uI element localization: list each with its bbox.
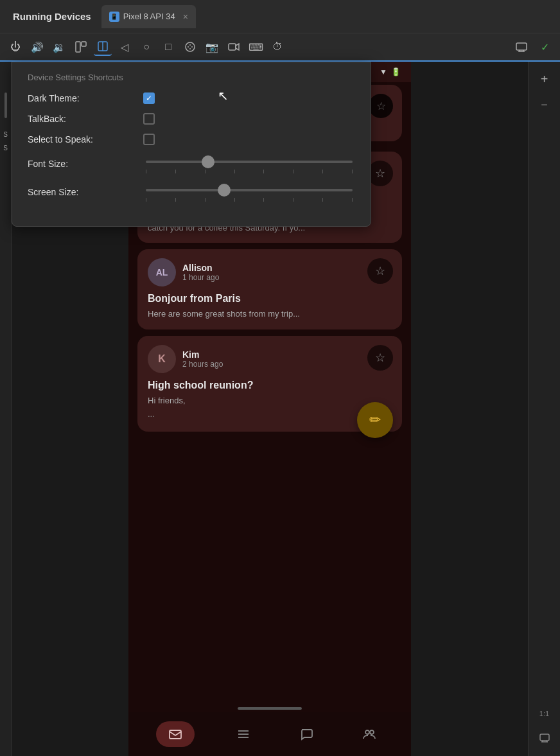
nav-chat-button[interactable]: [292, 720, 320, 748]
screen-size-row: Screen Size:: [28, 182, 355, 202]
kim-email-preview: Hi friends,: [148, 395, 392, 407]
screen-size-slider-container[interactable]: [143, 182, 355, 202]
kim-sender-info: Kim 2 hours ago: [182, 349, 223, 369]
dark-theme-label: Dark Theme:: [28, 93, 143, 103]
svg-point-16: [370, 730, 374, 734]
svg-rect-1: [82, 42, 86, 46]
screen-size-label: Screen Size:: [28, 187, 143, 197]
scroll-indicator: [238, 707, 302, 710]
volume-down-icon[interactable]: 🔉: [50, 38, 68, 56]
svg-point-4: [186, 42, 195, 51]
rotate-icon[interactable]: [94, 38, 112, 56]
font-size-ticks: [146, 170, 353, 173]
settings-overlay: Device Settings Shortcuts Dark Theme: Ta…: [12, 62, 371, 227]
svg-rect-17: [540, 734, 549, 741]
svg-point-6: [191, 46, 193, 48]
top-bar: Running Devices 📱 Pixel 8 API 34 ×: [0, 0, 560, 33]
svg-point-5: [188, 46, 189, 48]
settings-title: Device Settings Shortcuts: [28, 73, 355, 82]
toolbar-right: ✓: [512, 38, 554, 56]
keyboard-icon[interactable]: ⌨: [247, 38, 265, 56]
kim-star-button[interactable]: ☆: [367, 345, 393, 371]
screen-mode-button[interactable]: [536, 729, 553, 748]
allison-sender-info: Allison 1 hour ago: [182, 263, 219, 282]
kim-email-subject: High school reunion?: [148, 380, 392, 391]
allison-email-preview: Here are some great shots from my trip..…: [148, 308, 392, 320]
compose-fab-button[interactable]: ✏: [357, 402, 393, 438]
kim-ellipsis: ...: [148, 409, 392, 419]
kim-sender-name: Kim: [182, 349, 223, 360]
main-content: S S Device Settings Shortcuts Dark Theme…: [0, 62, 560, 756]
nav-contacts-button[interactable]: [355, 720, 383, 748]
zoom-level: 1:1: [539, 710, 549, 717]
tab-close-button[interactable]: ×: [183, 12, 188, 22]
screen-size-ticks: [146, 198, 353, 202]
power-icon[interactable]: ⏻: [6, 38, 24, 56]
svg-rect-10: [516, 43, 527, 50]
home-icon[interactable]: ○: [137, 38, 155, 56]
right-sidebar: + − 1:1: [528, 62, 560, 756]
svg-point-7: [189, 44, 191, 46]
bottom-navigation: [128, 712, 411, 756]
left-sidebar: S S: [0, 62, 12, 756]
app-title: Running Devices: [5, 11, 99, 22]
svg-rect-11: [170, 730, 181, 739]
nav-list-button[interactable]: [229, 720, 258, 748]
dark-theme-checkbox[interactable]: [143, 92, 155, 104]
check-icon[interactable]: ✓: [536, 38, 554, 56]
zoom-in-button[interactable]: +: [538, 69, 551, 89]
sidebar-label-s2: S: [3, 145, 8, 152]
kim-sender-time: 2 hours ago: [182, 360, 223, 369]
svg-point-8: [189, 48, 191, 49]
sidebar-label-s: S: [3, 131, 8, 138]
gamepad-icon[interactable]: [181, 38, 199, 56]
volume-up-icon[interactable]: 🔊: [28, 38, 46, 56]
allison-sender-time: 1 hour ago: [182, 273, 219, 282]
dark-theme-row: Dark Theme:: [28, 92, 355, 104]
ali-star-button[interactable]: ☆: [367, 161, 393, 186]
allison-card-header: AL Allison 1 hour ago: [148, 258, 392, 286]
kim-avatar: K: [148, 345, 176, 373]
recents-icon[interactable]: □: [159, 38, 177, 56]
device-tab-icon: 📱: [109, 12, 119, 22]
left-sidebar-indicator: [4, 92, 7, 118]
kim-card-header: K Kim 2 hours ago: [148, 345, 392, 373]
select-to-speak-row: Select to Speak:: [28, 134, 355, 145]
font-size-slider-container[interactable]: [143, 154, 355, 173]
select-to-speak-checkbox[interactable]: [143, 134, 155, 145]
nav-mail-button[interactable]: [156, 721, 195, 747]
toolbar: ⏻ 🔊 🔉 ◁ ○ □ 📷 ⌨ ⏱ ✓: [0, 33, 560, 62]
svg-rect-9: [229, 44, 236, 50]
zoom-out-button[interactable]: −: [538, 96, 550, 114]
email-card-kim[interactable]: K Kim 2 hours ago ☆ High school reunion?…: [137, 336, 402, 432]
talkback-row: TalkBack:: [28, 113, 355, 125]
timer-icon[interactable]: ⏱: [268, 38, 286, 56]
talkback-label: TalkBack:: [28, 114, 143, 124]
device-tab[interactable]: 📱 Pixel 8 API 34 ×: [101, 5, 196, 28]
wifi-icon: ▼: [380, 67, 387, 76]
talkback-checkbox[interactable]: [143, 113, 155, 125]
font-size-row: Font Size:: [28, 154, 355, 173]
layout-icon[interactable]: [72, 38, 90, 56]
select-to-speak-label: Select to Speak:: [28, 134, 143, 145]
svg-point-15: [365, 730, 369, 734]
allison-sender-name: Allison: [182, 263, 219, 273]
partial-star-btn[interactable]: ☆: [369, 94, 393, 118]
battery-icon: 🔋: [391, 67, 401, 76]
font-size-label: Font Size:: [28, 159, 143, 169]
allison-avatar: AL: [148, 258, 176, 286]
svg-rect-0: [76, 42, 80, 52]
screen-size-slider-thumb[interactable]: [218, 184, 231, 197]
email-card-allison[interactable]: AL Allison 1 hour ago ☆ Bonjour from Par…: [137, 249, 402, 329]
video-icon[interactable]: [225, 38, 243, 56]
font-size-slider-thumb[interactable]: [202, 155, 214, 168]
display-icon[interactable]: [512, 38, 530, 56]
font-size-slider-track: [146, 161, 353, 163]
camera-icon[interactable]: 📷: [203, 38, 221, 56]
device-tab-label: Pixel 8 API 34: [123, 12, 175, 21]
screen-size-slider-track: [146, 189, 353, 191]
back-icon[interactable]: ◁: [116, 38, 134, 56]
allison-email-subject: Bonjour from Paris: [148, 293, 392, 304]
